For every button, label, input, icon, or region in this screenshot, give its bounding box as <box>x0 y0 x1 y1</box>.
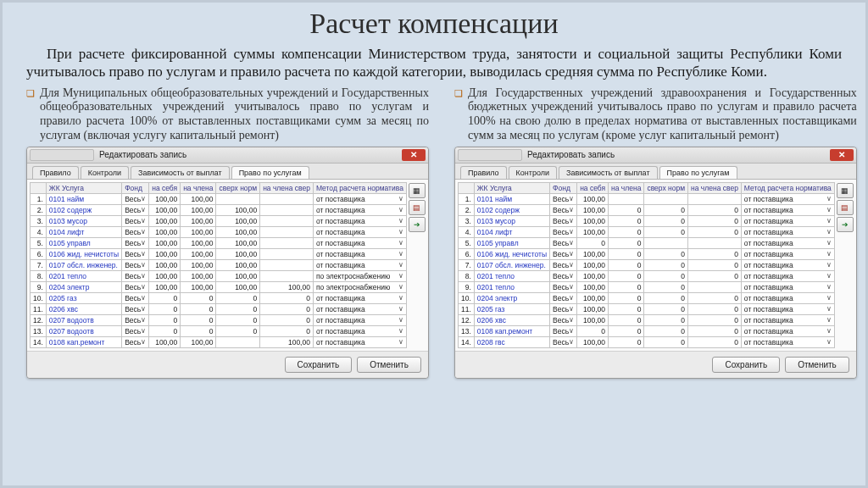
col-header[interactable]: ЖК Услуга <box>474 182 549 193</box>
tab-0[interactable]: Правило <box>460 166 507 179</box>
fund-cell[interactable]: Весь∨ <box>550 303 577 314</box>
fund-cell[interactable]: Весь∨ <box>550 292 577 303</box>
export-icon[interactable]: ➔ <box>409 217 426 232</box>
fund-cell[interactable]: Весь∨ <box>550 336 577 347</box>
fund-cell[interactable]: Весь∨ <box>550 325 577 336</box>
table-row[interactable]: 5.0105 управлВесь∨00от поставщика∨ <box>458 237 834 248</box>
cancel-button[interactable]: Отменить <box>785 357 849 373</box>
col-header[interactable]: на члена <box>609 182 644 193</box>
table-row[interactable]: 10.0204 электрВесь∨100,00000от поставщик… <box>458 292 834 303</box>
method-cell[interactable]: от поставщика∨ <box>313 193 406 204</box>
col-header[interactable] <box>458 182 474 193</box>
tab-3[interactable]: Право по услугам <box>659 166 737 179</box>
tab-1[interactable]: Контроли <box>509 166 557 179</box>
method-cell[interactable]: от поставщика∨ <box>741 215 834 226</box>
method-cell[interactable]: от поставщика∨ <box>313 204 406 215</box>
method-cell[interactable]: от поставщика∨ <box>313 226 406 237</box>
method-cell[interactable]: от поставщика∨ <box>313 292 406 303</box>
fund-cell[interactable]: Весь∨ <box>122 325 149 336</box>
tab-2[interactable]: Зависимость от выплат <box>559 166 658 179</box>
method-cell[interactable]: от поставщика∨ <box>741 303 834 314</box>
table-row[interactable]: 1.0101 наймВесь∨100,00100,00от поставщик… <box>31 193 407 204</box>
method-cell[interactable]: от поставщика∨ <box>741 204 834 215</box>
fund-cell[interactable]: Весь∨ <box>122 303 149 314</box>
fund-cell[interactable]: Весь∨ <box>550 259 577 270</box>
method-cell[interactable]: от поставщика∨ <box>741 237 834 248</box>
close-icon[interactable]: ✕ <box>402 149 426 161</box>
table-row[interactable]: 10.0205 газВесь∨0000от поставщика∨ <box>31 292 407 303</box>
method-cell[interactable]: по электроснабжению∨ <box>313 270 406 281</box>
table-row[interactable]: 9.0201 теплоВесь∨100,0000от поставщика∨ <box>458 281 834 292</box>
table-row[interactable]: 3.0103 мусорВесь∨100,00000от поставщика∨ <box>458 215 834 226</box>
method-cell[interactable]: от поставщика∨ <box>741 314 834 325</box>
col-header[interactable]: на члена свер <box>688 182 742 193</box>
fund-cell[interactable]: Весь∨ <box>122 292 149 303</box>
fund-cell[interactable]: Весь∨ <box>122 259 149 270</box>
col-header[interactable]: Метод расчета норматива <box>313 182 406 193</box>
col-header[interactable]: Фонд <box>122 182 149 193</box>
col-header[interactable]: ЖК Услуга <box>46 182 121 193</box>
method-cell[interactable]: от поставщика∨ <box>313 336 406 347</box>
fund-cell[interactable]: Весь∨ <box>122 270 149 281</box>
table-row[interactable]: 11.0205 газВесь∨100,00000от поставщика∨ <box>458 303 834 314</box>
method-cell[interactable]: от поставщика∨ <box>741 281 834 292</box>
fund-cell[interactable]: Весь∨ <box>550 248 577 259</box>
fund-cell[interactable]: Весь∨ <box>550 204 577 215</box>
method-cell[interactable]: от поставщика∨ <box>741 336 834 347</box>
fund-cell[interactable]: Весь∨ <box>550 281 577 292</box>
method-cell[interactable]: от поставщика∨ <box>313 303 406 314</box>
fund-cell[interactable]: Весь∨ <box>122 248 149 259</box>
table-row[interactable]: 11.0206 хвсВесь∨0000от поставщика∨ <box>31 303 407 314</box>
method-cell[interactable]: от поставщика∨ <box>741 259 834 270</box>
table-row[interactable]: 13.0108 кап.ремонтВесь∨0000от поставщика… <box>458 325 834 336</box>
fund-cell[interactable]: Весь∨ <box>122 314 149 325</box>
save-button[interactable]: Сохранить <box>712 357 780 373</box>
method-cell[interactable]: от поставщика∨ <box>741 325 834 336</box>
table-row[interactable]: 2.0102 содержВесь∨100,00000от поставщика… <box>458 204 834 215</box>
col-header[interactable]: на себя <box>577 182 609 193</box>
add-row-icon[interactable]: ▦ <box>837 183 854 198</box>
table-row[interactable]: 6.0106 жид. нечистотыВесь∨100,00100,0010… <box>31 248 407 259</box>
table-row[interactable]: 14.0208 гвсВесь∨100,00000от поставщика∨ <box>458 336 834 347</box>
table-row[interactable]: 14.0108 кап.ремонтВесь∨100,00100,00100,0… <box>31 336 407 347</box>
col-header[interactable]: Метод расчета норматива <box>741 182 834 193</box>
col-header[interactable]: на члена свер <box>260 182 314 193</box>
fund-cell[interactable]: Весь∨ <box>550 215 577 226</box>
delete-row-icon[interactable]: ▤ <box>409 200 426 215</box>
fund-cell[interactable]: Весь∨ <box>550 193 577 204</box>
fund-cell[interactable]: Весь∨ <box>550 270 577 281</box>
export-icon[interactable]: ➔ <box>837 217 854 232</box>
col-header[interactable] <box>31 182 47 193</box>
table-row[interactable]: 12.0207 водоотвВесь∨0000от поставщика∨ <box>31 314 407 325</box>
table-row[interactable]: 7.0107 обсл. инженер.Весь∨100,00100,0010… <box>31 259 407 270</box>
close-icon[interactable]: ✕ <box>830 149 854 161</box>
fund-cell[interactable]: Весь∨ <box>122 204 149 215</box>
table-row[interactable]: 6.0106 жид. нечистотыВесь∨100,00000от по… <box>458 248 834 259</box>
fund-cell[interactable]: Весь∨ <box>122 215 149 226</box>
method-cell[interactable]: от поставщика∨ <box>741 226 834 237</box>
table-row[interactable]: 8.0201 теплоВесь∨100,00100,00100,00по эл… <box>31 270 407 281</box>
delete-row-icon[interactable]: ▤ <box>837 200 854 215</box>
tab-3[interactable]: Право по услугам <box>231 166 309 179</box>
table-row[interactable]: 2.0102 содержВесь∨100,00100,00100,00от п… <box>31 204 407 215</box>
save-button[interactable]: Сохранить <box>285 357 353 373</box>
method-cell[interactable]: от поставщика∨ <box>741 292 834 303</box>
fund-cell[interactable]: Весь∨ <box>122 336 149 347</box>
fund-cell[interactable]: Весь∨ <box>122 281 149 292</box>
fund-cell[interactable]: Весь∨ <box>122 237 149 248</box>
table-row[interactable]: 13.0207 водоотвВесь∨0000от поставщика∨ <box>31 325 407 336</box>
table-row[interactable]: 9.0204 электрВесь∨100,00100,00100,00100,… <box>31 281 407 292</box>
method-cell[interactable]: от поставщика∨ <box>313 215 406 226</box>
method-cell[interactable]: от поставщика∨ <box>313 248 406 259</box>
table-row[interactable]: 7.0107 обсл. инженер.Весь∨100,00000от по… <box>458 259 834 270</box>
fund-cell[interactable]: Весь∨ <box>122 193 149 204</box>
fund-cell[interactable]: Весь∨ <box>550 226 577 237</box>
col-header[interactable]: сверх норм <box>216 182 260 193</box>
col-header[interactable]: на члена <box>181 182 216 193</box>
col-header[interactable]: сверх норм <box>644 182 688 193</box>
method-cell[interactable]: от поставщика∨ <box>741 193 834 204</box>
table-row[interactable]: 4.0104 лифтВесь∨100,00100,00100,00от пос… <box>31 226 407 237</box>
cancel-button[interactable]: Отменить <box>357 357 421 373</box>
method-cell[interactable]: по электроснабжению∨ <box>313 281 406 292</box>
method-cell[interactable]: от поставщика∨ <box>313 259 406 270</box>
